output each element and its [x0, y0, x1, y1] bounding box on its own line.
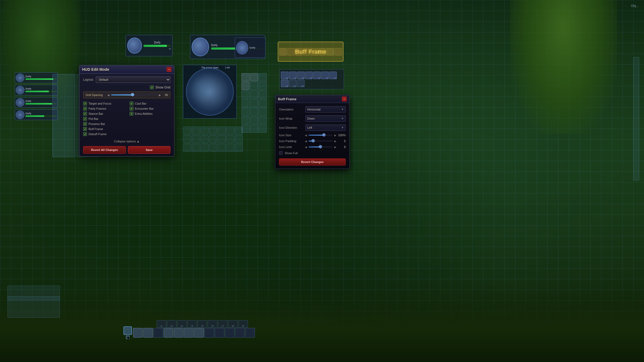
action-cell-14[interactable]: [250, 108, 258, 116]
option-stance-bar-checkbox[interactable]: ✓: [83, 112, 87, 116]
action-cell-9[interactable]: [259, 90, 267, 98]
extra-cell-12[interactable]: [218, 135, 226, 143]
party-member-1[interactable]: ⚔ Dorfy: [15, 72, 58, 83]
aura-icon-8[interactable]: 1m: [281, 80, 288, 87]
action-cell-5[interactable]: [250, 82, 258, 90]
grid-spacing-arrow-right[interactable]: ▶: [159, 94, 161, 97]
extra-cell-18[interactable]: [209, 144, 217, 152]
option-party-frames-checkbox[interactable]: ✓: [83, 107, 87, 110]
action-btn-11[interactable]: [235, 328, 245, 338]
revert-all-button[interactable]: Revert All Changes: [83, 146, 126, 154]
layout-select[interactable]: Default: [96, 76, 170, 83]
action-btn-10[interactable]: [225, 328, 235, 338]
bs-icon-size-arrow-right[interactable]: ▶: [334, 134, 336, 137]
bs-icon-limit-thumb[interactable]: [319, 145, 322, 148]
aura-icon-5[interactable]: 4m: [313, 72, 321, 79]
grid-spacing-thumb[interactable]: [131, 93, 134, 96]
option-pet-bar-checkbox[interactable]: ✓: [83, 117, 87, 121]
extra-cell-15[interactable]: [183, 144, 191, 152]
option-target-focus-checkbox[interactable]: ✓: [83, 102, 87, 105]
bs-icon-size-arrow-left[interactable]: ◀: [305, 134, 307, 137]
action-cell-16[interactable]: [241, 116, 250, 124]
party-member-3[interactable]: ⚔ Dorfy: [15, 97, 58, 108]
option-possess-bar-checkbox[interactable]: ✓: [83, 122, 87, 126]
stance-arrow-down[interactable]: ▼: [126, 335, 130, 339]
action-cell-11[interactable]: [250, 99, 258, 107]
action-cell-3[interactable]: [259, 73, 267, 81]
extra-cell-6[interactable]: [226, 127, 234, 135]
bs-show-full-checkbox[interactable]: [279, 151, 283, 155]
bs-icon-padding-thumb[interactable]: [312, 139, 315, 142]
action-cell-2[interactable]: [250, 73, 258, 81]
aura-icon-7[interactable]: 2m: [329, 72, 337, 79]
extra-cell-4[interactable]: [209, 127, 217, 135]
grid-spacing-slider[interactable]: [111, 94, 157, 95]
option-cast-bar-checkbox[interactable]: ✓: [130, 102, 133, 105]
action-cell-21[interactable]: [259, 125, 267, 133]
extra-cell-13[interactable]: [226, 135, 234, 143]
action-btn-12[interactable]: [245, 328, 255, 338]
extra-cell-14[interactable]: [235, 135, 243, 143]
action-btn-1[interactable]: [133, 328, 143, 338]
extra-cell-10[interactable]: [200, 135, 208, 143]
buff-settings-close-button[interactable]: ×: [342, 97, 347, 101]
bs-icon-limit-arrow-left[interactable]: ◀: [305, 146, 307, 149]
action-btn-3[interactable]: [153, 328, 163, 338]
action-btn-5[interactable]: [174, 328, 184, 338]
extra-cell-7[interactable]: [235, 127, 243, 135]
show-grid-checkbox[interactable]: ✓: [150, 86, 154, 89]
aura-icon-6[interactable]: 3m: [321, 72, 329, 79]
action-btn-6[interactable]: [184, 328, 194, 338]
option-encounter-bar-checkbox[interactable]: ✓: [130, 107, 133, 110]
bs-icon-wrap-dropdown[interactable]: Down ▼: [305, 115, 346, 122]
extra-cell-2[interactable]: [192, 127, 200, 135]
extra-cell-3[interactable]: [200, 127, 208, 135]
bs-orientation-dropdown[interactable]: Horizontal ▼: [305, 106, 346, 113]
buff-frame-display[interactable]: Buff Frame: [278, 42, 343, 62]
aura-icon-3[interactable]: 6m: [297, 72, 305, 79]
bs-icon-size-slider[interactable]: [309, 135, 333, 136]
action-cell-17[interactable]: [250, 116, 258, 124]
extra-cell-20[interactable]: [226, 144, 234, 152]
option-extra-abilities-checkbox[interactable]: ✓: [130, 112, 133, 116]
extra-cell-8[interactable]: [183, 135, 191, 143]
party-member-2[interactable]: ⚔ Dorfy: [15, 85, 58, 95]
aura-icon-4[interactable]: 5m: [305, 72, 313, 79]
option-debuff-frame-checkbox[interactable]: ✓: [83, 132, 87, 136]
bs-icon-limit-arrow-right[interactable]: ▶: [334, 146, 336, 149]
aura-icon-10[interactable]: 10m: [297, 80, 305, 87]
bs-icon-padding-arrow-left[interactable]: ◀: [305, 140, 307, 143]
action-cell-20[interactable]: [250, 125, 258, 133]
action-btn-4[interactable]: [164, 328, 173, 338]
action-cell-10[interactable]: [241, 99, 250, 107]
action-btn-7[interactable]: [194, 328, 204, 338]
extra-cell-5[interactable]: [218, 127, 226, 135]
bs-icon-padding-slider[interactable]: [309, 141, 333, 142]
action-btn-8[interactable]: [204, 328, 214, 338]
action-btn-9[interactable]: [215, 328, 224, 338]
buff-revert-changes-button[interactable]: Revert Changes: [279, 158, 346, 165]
extra-cell-9[interactable]: [192, 135, 200, 143]
action-cell-1[interactable]: [241, 73, 250, 81]
bs-icon-padding-arrow-right[interactable]: ▶: [334, 140, 336, 143]
bs-icon-size-thumb[interactable]: [322, 133, 325, 136]
hud-dialog-close-button[interactable]: ×: [167, 67, 171, 72]
stance-icon-up[interactable]: [123, 326, 132, 335]
action-btn-2[interactable]: [143, 328, 153, 338]
extra-cell-16[interactable]: [192, 144, 200, 152]
action-cell-7[interactable]: [241, 90, 250, 98]
action-cell-15[interactable]: [259, 108, 267, 116]
bs-icon-limit-slider[interactable]: [309, 146, 333, 147]
action-cell-4[interactable]: [241, 82, 250, 90]
action-cell-12[interactable]: [259, 99, 267, 107]
extra-cell-21[interactable]: [235, 144, 243, 152]
option-buff-frame-checkbox[interactable]: ✓: [83, 127, 87, 131]
action-cell-6[interactable]: [259, 82, 267, 90]
extra-cell-11[interactable]: [209, 135, 217, 143]
action-cell-18[interactable]: [259, 116, 267, 124]
action-cell-8[interactable]: [250, 90, 258, 98]
party-member-4[interactable]: ⚔ Dorfy: [15, 109, 58, 120]
extra-cell-19[interactable]: [218, 144, 226, 152]
aura-icon-2[interactable]: 7m: [289, 72, 297, 79]
small-focus-frame[interactable]: Dorfy: [235, 38, 266, 58]
